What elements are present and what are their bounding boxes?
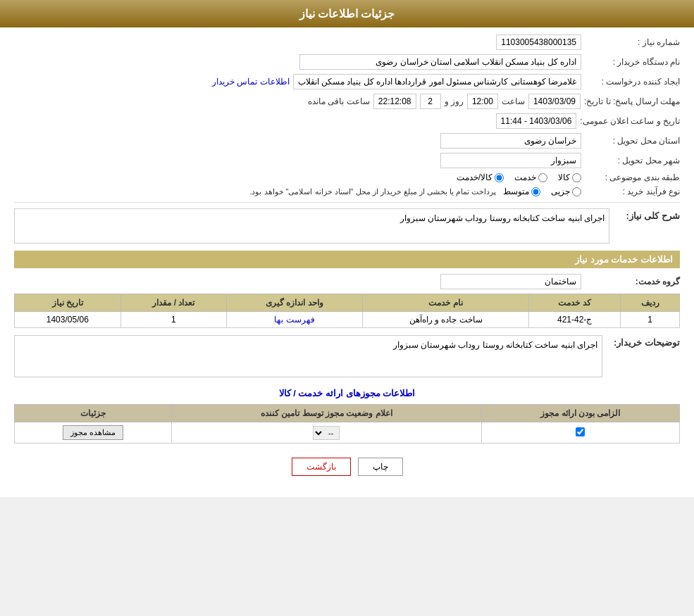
- reply-remaining-label: ساعت باقی مانده: [308, 96, 370, 106]
- header-title: جزئیات اطلاعات نیاز: [299, 8, 395, 20]
- category-radio-kala-input[interactable]: [572, 173, 581, 182]
- reply-deadline-label: مهلت ارسال پاسخ: تا تاریخ:: [581, 96, 680, 106]
- page-wrapper: جزئیات اطلاعات نیاز شماره نیاز : 1103005…: [0, 0, 694, 497]
- need-number-value: 1103005438000135: [496, 34, 581, 50]
- group-label: گروه خدمت:: [581, 277, 680, 287]
- reply-time: 12:00: [467, 94, 498, 109]
- category-row: طبقه بندی موضوعی : کالا خدمت کالا/خدمت: [14, 172, 680, 182]
- group-row: گروه خدمت: ساختمان: [14, 274, 680, 289]
- col-code: کد خدمت: [529, 294, 621, 312]
- purchase-type-row: نوع فرآیند خرید : جزیی متوسط پرداخت تمام…: [14, 187, 680, 196]
- buyer-org-row: نام دستگاه خریدار : اداره کل بنیاد مسکن …: [14, 54, 680, 70]
- province-row: استان محل تحویل : خراسان رضوی: [14, 133, 680, 149]
- purchase-type-label: نوع فرآیند خرید :: [581, 187, 680, 196]
- permits-section-title[interactable]: اطلاعات مجوزهای ارائه خدمت / کالا: [14, 388, 680, 398]
- reply-deadline-row: مهلت ارسال پاسخ: تا تاریخ: 1403/03/09 سا…: [14, 94, 680, 109]
- announce-label: تاریخ و ساعت اعلان عمومی:: [576, 116, 680, 126]
- col-detail: جزئیات: [15, 405, 172, 422]
- col-required: الزامی بودن ارائه مجوز: [481, 405, 679, 422]
- cell-required-checkbox[interactable]: [481, 422, 679, 444]
- purchase-type-jozi[interactable]: جزیی: [551, 187, 581, 196]
- city-value: سبزوار: [440, 153, 581, 168]
- city-label: شهر محل تحویل :: [581, 156, 680, 165]
- general-desc-label: شرح کلی نیاز:: [616, 208, 680, 221]
- services-section-title: اطلاعات خدمات مورد نیاز: [14, 251, 680, 268]
- category-kala-label: کالا: [558, 172, 570, 182]
- permits-table-row: -- مشاهده مجوز: [15, 422, 680, 444]
- announce-row: تاریخ و ساعت اعلان عمومی: 1403/03/06 - 1…: [14, 113, 680, 129]
- category-radio-kala-khedmat[interactable]: کالا/خدمت: [457, 172, 504, 182]
- view-permit-button[interactable]: مشاهده مجوز: [63, 425, 123, 440]
- buyer-desc-label: توضیحات خریدار:: [609, 335, 680, 348]
- group-value: ساختمان: [440, 274, 581, 289]
- status-select[interactable]: --: [313, 426, 340, 440]
- need-number-label: شماره نیاز :: [581, 37, 680, 47]
- city-row: شهر محل تحویل : سبزوار: [14, 153, 680, 168]
- main-content: شماره نیاز : 1103005438000135 نام دستگاه…: [0, 27, 694, 497]
- cell-qty: 1: [120, 312, 226, 328]
- province-value: خراسان رضوی: [440, 133, 581, 149]
- permits-section: اطلاعات مجوزهای ارائه خدمت / کالا الزامی…: [14, 388, 680, 444]
- purchase-type-radio-group: جزیی متوسط: [503, 187, 581, 196]
- purchase-type-motavasset-label: متوسط: [503, 187, 529, 196]
- purchase-description: پرداخت تمام یا بخشی از مبلغ خریدار از مح…: [249, 187, 496, 196]
- services-section: اطلاعات خدمات مورد نیاز گروه خدمت: ساختم…: [14, 251, 680, 377]
- print-button[interactable]: چاپ: [358, 458, 403, 476]
- col-status: اعلام وضعیت مجوز توسط تامین کننده: [171, 405, 481, 422]
- services-table: ردیف کد خدمت نام خدمت واحد اندازه گیری ت…: [14, 294, 680, 328]
- cell-unit[interactable]: فهرست بها: [227, 312, 363, 328]
- requester-value: غلامرضا کوهستانی کارشناس مسئول امور قرار…: [293, 74, 581, 89]
- permits-table-header-row: الزامی بودن ارائه مجوز اعلام وضعیت مجوز …: [15, 405, 680, 422]
- contact-link[interactable]: اطلاعات تماس خریدار: [212, 77, 290, 87]
- purchase-type-motavasset[interactable]: متوسط: [503, 187, 540, 196]
- category-kala-khedmat-label: کالا/خدمت: [457, 172, 492, 182]
- category-radio-khedmat-input[interactable]: [538, 173, 547, 182]
- purchase-type-motavasset-input[interactable]: [531, 187, 540, 196]
- cell-date: 1403/05/06: [15, 312, 121, 328]
- buyer-desc-value: اجرای ابنیه ساخت کتابخانه روستا روداب شه…: [14, 335, 602, 377]
- permits-table: الزامی بودن ارائه مجوز اعلام وضعیت مجوز …: [14, 404, 680, 444]
- col-name: نام خدمت: [362, 294, 528, 312]
- reply-days: 2: [420, 94, 441, 109]
- bottom-buttons: چاپ بازگشت: [14, 458, 680, 476]
- reply-days-label: روز و: [445, 96, 464, 106]
- back-button[interactable]: بازگشت: [292, 458, 351, 476]
- divider-1: [14, 202, 680, 203]
- col-row: ردیف: [621, 294, 680, 312]
- col-qty: تعداد / مقدار: [120, 294, 226, 312]
- province-label: استان محل تحویل :: [581, 136, 680, 146]
- announce-value: 1403/03/06 - 11:44: [496, 113, 577, 129]
- category-radio-khedmat[interactable]: خدمت: [514, 172, 547, 182]
- general-desc-value: اجرای ابنیه ساخت کتابخانه روستا روداب شه…: [14, 208, 609, 244]
- requester-row: ایجاد کننده درخواست : غلامرضا کوهستانی ک…: [14, 74, 680, 89]
- buyer-desc-section: توضیحات خریدار: اجرای ابنیه ساخت کتابخان…: [14, 335, 680, 377]
- reply-time-label: ساعت: [502, 96, 525, 106]
- category-radio-group: کالا خدمت کالا/خدمت: [457, 172, 581, 182]
- category-label: طبقه بندی موضوعی :: [581, 172, 680, 182]
- required-checkbox[interactable]: [576, 427, 585, 436]
- category-radio-kala-khedmat-input[interactable]: [495, 173, 504, 182]
- services-table-header-row: ردیف کد خدمت نام خدمت واحد اندازه گیری ت…: [15, 294, 680, 312]
- category-khedmat-label: خدمت: [514, 172, 536, 182]
- buyer-org-label: نام دستگاه خریدار :: [581, 57, 680, 67]
- cell-row: 1: [621, 312, 680, 328]
- reply-date: 1403/03/09: [528, 94, 581, 109]
- general-desc-section: شرح کلی نیاز: اجرای ابنیه ساخت کتابخانه …: [14, 208, 680, 244]
- cell-name: ساخت جاده و راه‌آهن: [362, 312, 528, 328]
- cell-code: ج-42-421: [529, 312, 621, 328]
- cell-status: --: [171, 422, 481, 444]
- table-row: 1 ج-42-421 ساخت جاده و راه‌آهن فهرست بها…: [15, 312, 680, 328]
- page-header: جزئیات اطلاعات نیاز: [0, 0, 694, 27]
- requester-label: ایجاد کننده درخواست :: [581, 77, 680, 87]
- col-date: تاریخ نیاز: [15, 294, 121, 312]
- need-number-row: شماره نیاز : 1103005438000135: [14, 34, 680, 50]
- cell-detail: مشاهده مجوز: [15, 422, 172, 444]
- purchase-type-jozi-label: جزیی: [551, 187, 570, 196]
- category-radio-kala[interactable]: کالا: [558, 172, 581, 182]
- purchase-type-jozi-input[interactable]: [572, 187, 581, 196]
- col-unit: واحد اندازه گیری: [227, 294, 363, 312]
- buyer-org-value: اداره کل بنیاد مسکن انقلاب اسلامی استان …: [299, 54, 581, 70]
- reply-remaining: 22:12:08: [373, 94, 416, 109]
